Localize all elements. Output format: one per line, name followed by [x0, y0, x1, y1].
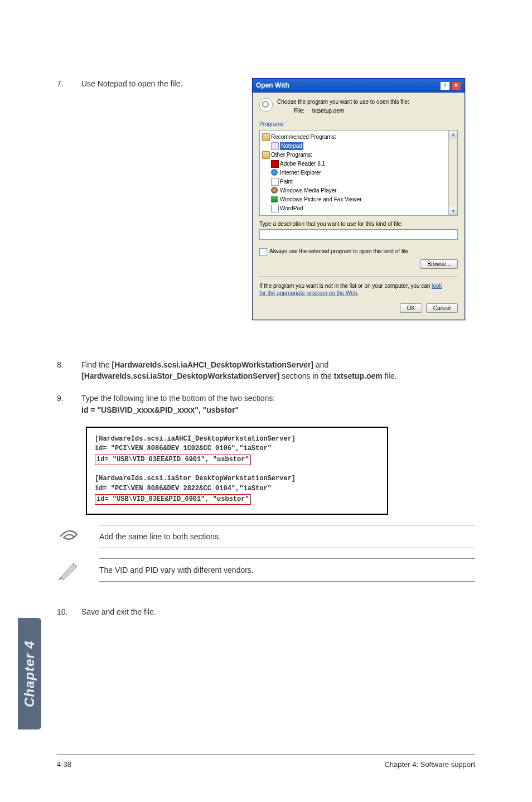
list-item-label: Windows Picture and Fax Viewer — [280, 196, 362, 202]
code-line: id= "PCI\VEN_8086&DEV_2822&CC_0104","iaS… — [95, 484, 379, 494]
list-item: Recommended Programs: — [261, 133, 456, 142]
wordpad-icon — [271, 205, 279, 212]
clip-icon — [57, 525, 81, 548]
pen-icon — [57, 559, 81, 581]
always-checkbox[interactable] — [259, 248, 267, 256]
web-link[interactable]: for the appropriate program on the Web — [259, 290, 357, 296]
notepad-icon — [271, 142, 279, 150]
look-link[interactable]: look — [432, 283, 442, 289]
note-1: Add the same line to both sections. — [99, 525, 475, 548]
step-9-line1: Type the following line to the bottom of… — [81, 393, 475, 404]
code-highlighted: id= "USB\VID_03EE&PID_6901", "usbstor" — [95, 494, 251, 505]
text-frag: file. — [383, 371, 397, 380]
step-9-text: Type the following line to the bottom of… — [81, 393, 475, 416]
step-10-text: Save and exit the file. — [81, 606, 475, 617]
dialog-web-note: If the program you want is not in the li… — [259, 282, 458, 297]
text-frag: Find the — [81, 360, 112, 369]
dialog-title: Open With — [256, 81, 289, 90]
always-label: Always use the selected program to open … — [269, 248, 409, 256]
note-2: The VID and PID vary with different vend… — [99, 558, 475, 582]
programs-list[interactable]: ▴ ▾ Recommended Programs: Notepad Other … — [259, 130, 458, 216]
dialog-choose-label: Choose the program you want to use to op… — [277, 98, 409, 106]
list-item[interactable]: Paint — [261, 177, 456, 186]
dialog-titlebar: Open With ? ✕ — [253, 79, 465, 93]
page-number: 4-38 — [57, 760, 71, 769]
picture-viewer-icon — [271, 196, 278, 202]
cancel-button[interactable]: Cancel — [426, 303, 458, 313]
browse-button[interactable]: Browse... — [420, 259, 458, 269]
list-item-label: Adobe Reader 8.1 — [280, 161, 325, 167]
open-with-dialog: Open With ? ✕ Choose the program you wan… — [252, 78, 465, 320]
description-label: Type a description that you want to use … — [259, 220, 458, 229]
wmp-icon — [271, 187, 278, 194]
list-item: Other Programs: — [261, 151, 456, 160]
code-line: [HardwareIds.scsi.iaStor_DesktopWorkstat… — [95, 474, 379, 484]
other-programs-label: Other Programs: — [271, 152, 312, 158]
list-item-notepad[interactable]: Notepad — [261, 142, 456, 151]
step-8-number: 8. — [57, 359, 81, 382]
step-9-number: 9. — [57, 393, 81, 416]
hwid-ahci: [HardwareIds.scsi.iaAHCI_DesktopWorkstat… — [112, 360, 313, 369]
programs-label: Programs — [259, 120, 458, 129]
step-9-line2: id = "USB\VID_xxxx&PID_xxxx", "usbstor" — [81, 405, 239, 414]
ok-button[interactable]: OK — [400, 303, 422, 313]
list-item[interactable]: WordPad — [261, 204, 456, 213]
chapter-tab: Chapter 4 — [18, 618, 41, 729]
folder-icon — [262, 133, 270, 141]
code-line: id= "PCI\VEN_8086&DEV_1C02&CC_0106","iaS… — [95, 444, 379, 453]
text-frag: sections in the — [279, 371, 333, 380]
note-pre: If the program you want is not in the li… — [259, 283, 432, 289]
list-item-label: Internet Explorer — [280, 170, 321, 176]
step-8-text: Find the [HardwareIds.scsi.iaAHCI_Deskto… — [81, 359, 475, 382]
step-10-number: 10. — [57, 606, 81, 617]
folder-icon — [262, 151, 270, 159]
hwid-iastor: [HardwareIds.scsi.iaStor_DesktopWorkstat… — [81, 371, 279, 380]
description-input[interactable] — [259, 229, 458, 240]
footer-title: Chapter 4: Software support — [384, 760, 475, 769]
code-highlighted: id= "USB\VID_03EE&PID_6901", "usbstor" — [95, 455, 251, 465]
text-frag: and — [313, 360, 328, 369]
txtsetup-file: txtsetup.oem — [334, 371, 383, 380]
dialog-file-name: txtsetup.oem — [312, 108, 344, 114]
list-item[interactable]: Internet Explorer — [261, 168, 456, 177]
list-item-label: Paint — [280, 178, 293, 185]
list-item[interactable]: Windows Media Player — [261, 186, 456, 195]
list-item-label: Windows Media Player — [280, 187, 337, 194]
step-7-number: 7. — [57, 78, 81, 89]
list-item-label: WordPad — [280, 205, 303, 211]
notepad-label: Notepad — [280, 142, 303, 150]
dialog-file-label: File: — [294, 108, 304, 114]
code-line: [HardwareIds.scsi.iaAHCI_DesktopWorkstat… — [95, 434, 379, 444]
close-icon[interactable]: ✕ — [451, 81, 461, 90]
step-7-text: Use Notepad to open the file. — [81, 78, 252, 89]
list-item[interactable]: Windows Picture and Fax Viewer — [261, 195, 456, 204]
recommended-label: Recommended Programs: — [271, 134, 336, 140]
search-icon — [259, 98, 273, 112]
paint-icon — [271, 178, 279, 186]
help-icon[interactable]: ? — [440, 81, 450, 90]
ie-icon — [271, 169, 278, 176]
adobe-icon — [271, 160, 279, 168]
code-sample: [HardwareIds.scsi.iaAHCI_DesktopWorkstat… — [86, 427, 388, 515]
list-item[interactable]: Adobe Reader 8.1 — [261, 160, 456, 168]
